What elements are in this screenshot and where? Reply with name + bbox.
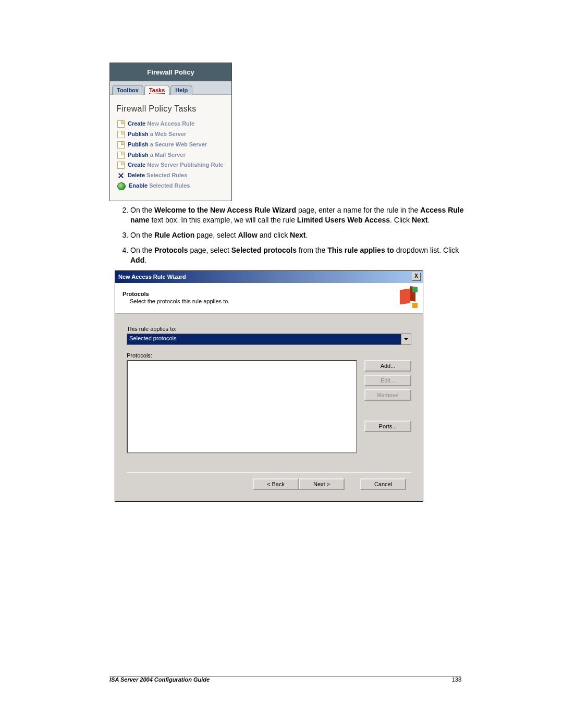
task-enable-selected[interactable]: Enable Selected Rules — [117, 182, 224, 190]
document-page: Firewall Policy Toolbox Tasks Help Firew… — [0, 0, 563, 728]
back-button[interactable]: < Back — [253, 478, 299, 490]
doc-icon — [117, 131, 125, 138]
task-label: Publish a Mail Server — [128, 151, 186, 159]
combo-value: Selected protocols — [127, 334, 401, 344]
content-area: Firewall Policy Toolbox Tasks Help Firew… — [109, 63, 469, 502]
next-button[interactable]: Next > — [299, 478, 345, 490]
wizard-icon — [397, 287, 418, 308]
task-label: Enable Selected Rules — [129, 182, 190, 190]
add-button[interactable]: Add... — [364, 360, 411, 372]
wizard-header: Protocols Select the protocols this rule… — [115, 283, 423, 314]
tab-tasks-label: Tasks — [149, 87, 165, 94]
tab-tasks[interactable]: Tasks — [144, 85, 169, 95]
enable-icon — [117, 182, 126, 190]
doc-icon — [117, 120, 125, 128]
wizard-title: New Access Rule Wizard — [118, 274, 186, 280]
task-publish-secure-web[interactable]: Publish a Secure Web Server — [117, 141, 224, 149]
footer-title: ISA Server 2004 Configuration Guide — [109, 676, 210, 683]
task-create-server-pub-rule[interactable]: Create New Server Publishing Rule — [117, 161, 224, 169]
firewall-policy-panel: Firewall Policy Toolbox Tasks Help Firew… — [109, 63, 232, 201]
panel-body: Firewall Policy Tasks Create New Access … — [110, 95, 231, 201]
task-label: Create New Server Publishing Rule — [128, 161, 223, 169]
doc-icon — [117, 162, 125, 169]
edit-button[interactable]: Edit... — [364, 375, 411, 386]
protocols-label: Protocols: — [127, 352, 411, 359]
wizard-section-subtitle: Select the protocols this rule applies t… — [130, 298, 229, 304]
step-2: On the Welcome to the New Access Rule Wi… — [130, 205, 469, 225]
protocols-row: Add... Edit... Remove Ports... — [127, 360, 411, 453]
panel-heading: Firewall Policy Tasks — [116, 104, 225, 114]
wizard-titlebar: New Access Rule Wizard X — [115, 271, 423, 283]
wizard-section-title: Protocols — [123, 291, 229, 297]
wizard-footer: < Back Next > Cancel — [127, 472, 411, 496]
close-button[interactable]: X — [412, 273, 421, 281]
applies-to-label: This rule applies to: — [127, 326, 411, 332]
remove-button[interactable]: Remove — [364, 389, 411, 401]
task-label: Publish a Web Server — [128, 130, 186, 138]
panel-header: Firewall Policy — [110, 63, 231, 81]
page-footer: ISA Server 2004 Configuration Guide 138 — [109, 676, 461, 683]
cancel-button[interactable]: Cancel — [360, 478, 406, 490]
page-number: 138 — [452, 676, 461, 683]
task-create-access-rule[interactable]: Create New Access Rule — [117, 120, 224, 128]
new-access-rule-wizard: New Access Rule Wizard X Protocols Selec… — [115, 270, 423, 502]
chevron-down-icon[interactable] — [401, 334, 411, 344]
task-label: Create New Access Rule — [128, 120, 194, 128]
wizard-body: This rule applies to: Selected protocols… — [115, 314, 423, 501]
doc-icon — [117, 141, 125, 149]
task-publish-web-server[interactable]: Publish a Web Server — [117, 130, 224, 138]
task-label: Delete Selected Rules — [128, 171, 187, 179]
task-publish-mail-server[interactable]: Publish a Mail Server — [117, 151, 224, 159]
protocol-side-buttons: Add... Edit... Remove Ports... — [364, 360, 411, 453]
step-3: On the Rule Action page, select Allow an… — [130, 230, 469, 240]
step-4: On the Protocols page, select Selected p… — [130, 245, 469, 265]
instruction-list: On the Welcome to the New Access Rule Wi… — [109, 205, 469, 265]
tab-toolbox[interactable]: Toolbox — [112, 85, 143, 95]
panel-tabs: Toolbox Tasks Help — [110, 81, 231, 95]
doc-icon — [117, 152, 125, 159]
task-delete-selected[interactable]: Delete Selected Rules — [117, 171, 224, 179]
x-icon — [117, 172, 125, 179]
tab-help[interactable]: Help — [170, 85, 192, 95]
task-label: Publish a Secure Web Server — [128, 141, 207, 149]
ports-button[interactable]: Ports... — [364, 421, 411, 432]
applies-to-combo[interactable]: Selected protocols — [127, 334, 411, 345]
wizard-header-text: Protocols Select the protocols this rule… — [123, 291, 229, 304]
protocols-listbox[interactable] — [127, 360, 357, 453]
